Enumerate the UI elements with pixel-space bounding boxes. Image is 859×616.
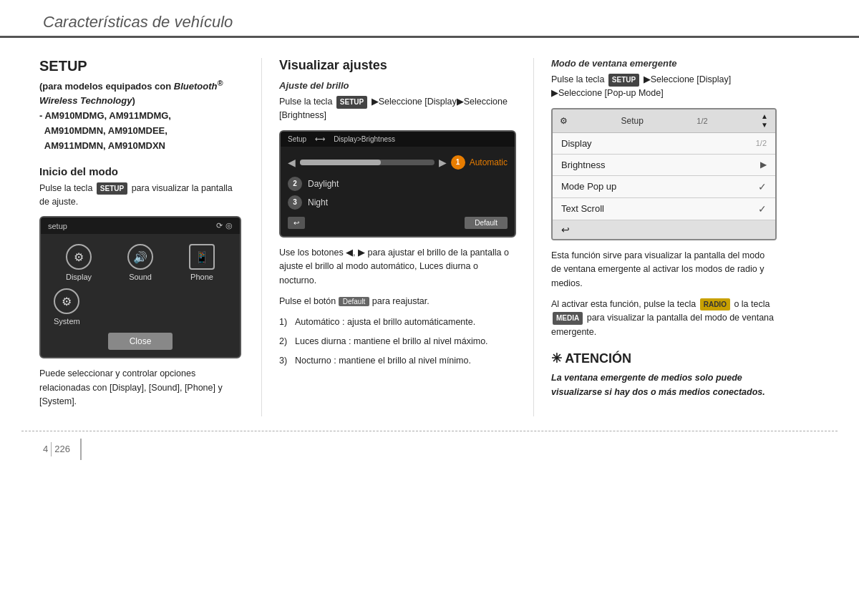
esta-funcion-text: Esta función sirve para visualizar la pa… [551, 249, 777, 290]
mode-popup-row: Mode Pop up ✓ [553, 176, 775, 198]
media-key-badge: MEDIA [553, 312, 583, 325]
setup-models: - AM910MDMG, AM911MDMG, AM910MDMN, AM910… [39, 109, 241, 153]
setup-key-badge: SETUP [97, 182, 127, 195]
text-scroll-row: Text Scroll ✓ [553, 198, 775, 220]
brightness-arrow: ⟷ [315, 135, 325, 143]
icon-2: ◎ [225, 221, 233, 230]
pulse-text: Pulse la tecla [279, 97, 332, 107]
attention-body: La ventana emergente de medios solo pued… [551, 371, 777, 399]
daylight-label: Daylight [308, 179, 339, 189]
inicio-body: Pulse la tecla SETUP para visualizar la … [39, 182, 241, 210]
list-num-1: 1) [279, 316, 291, 329]
attention-title: ✳ ATENCIÓN [551, 351, 777, 366]
text-scroll-label: Text Scroll [561, 203, 604, 214]
left-column: SETUP (para modelos equipados con Blueto… [39, 58, 261, 416]
automatic-label: Automatic [470, 157, 508, 167]
right-arrow-icon[interactable]: ▶ [439, 157, 447, 168]
setup-title: SETUP [39, 58, 241, 74]
system-icon: ⚙ [54, 288, 79, 314]
slider-row: ◀ ▶ 1 Automatic [288, 152, 508, 172]
sound-label: Sound [129, 273, 152, 281]
brightness-screen-title: Setup [288, 135, 306, 143]
al-activar-text: Al activar esta función, pulse la tecla … [551, 298, 777, 339]
bottom-text: Puede seleccionar y controlar opciones r… [39, 367, 241, 409]
option-2-circle: 2 [288, 177, 302, 191]
page-num-main: 4 [43, 444, 48, 454]
brightness-bottom: ↩ Default [288, 214, 508, 230]
display-row-value: 1/2 [756, 139, 767, 147]
popup-text-1: Pulse la tecla [551, 74, 604, 84]
setup-screen-mockup: setup ⟳ ◎ ⚙ Display 🔊 Sound 📱 Phone [39, 216, 241, 358]
setup-right-titlebar: ⚙ Setup 1/2 ▲ ▼ [553, 109, 775, 133]
sound-icon: 🔊 [127, 244, 153, 270]
display-row-label: Display [561, 138, 592, 149]
scroll-arrows: ▲ ▼ [761, 113, 768, 129]
use-text: Use los botones ◀, ▶ para ajustar el bri… [279, 246, 516, 288]
display-icon: ⚙ [66, 244, 92, 270]
popup-instructions: Pulse la tecla SETUP ▶Seleccione [Displa… [551, 73, 777, 101]
left-arrow-icon[interactable]: ◀ [288, 157, 296, 168]
mode-popup-label: Mode Pop up [561, 181, 616, 192]
back-icon[interactable]: ↩ [561, 224, 570, 235]
page-title: Características de vehículo [43, 13, 816, 31]
list-item-1: 1) Automático : ajusta el brillo automát… [279, 316, 516, 329]
attention-box: ✳ ATENCIÓN La ventana emergente de medio… [551, 351, 777, 399]
list-num-3: 3) [279, 354, 291, 368]
brightness-arrow-icon: ▶ [760, 160, 767, 170]
page-content: SETUP (para modelos equipados con Blueto… [0, 38, 859, 431]
brightness-slider [300, 160, 435, 165]
phone-icon: 📱 [189, 244, 215, 270]
brightness-screen: Setup ⟷ Display>Brightness ◀ ▶ 1 Automat… [279, 130, 516, 238]
page-divider [51, 442, 52, 456]
brightness-titlebar: Setup ⟷ Display>Brightness [281, 132, 515, 147]
page-header: Características de vehículo [0, 0, 859, 38]
up-arrow-icon[interactable]: ▲ [761, 113, 768, 120]
brightness-row[interactable]: Brightness ▶ [553, 155, 775, 176]
night-label: Night [308, 197, 328, 207]
system-label: System [54, 317, 80, 326]
phone-icon-item: 📱 Phone [189, 244, 215, 281]
list-text-2: Luces diurna : mantiene el brillo al niv… [295, 335, 488, 348]
screen-title-text: setup [48, 222, 67, 230]
system-row: ⚙ System [41, 288, 240, 328]
list-item-2: 2) Luces diurna : mantiene el brillo al … [279, 335, 516, 348]
option-1-circle: 1 [451, 155, 465, 170]
phone-label: Phone [190, 273, 213, 281]
night-option: 3 Night [288, 195, 508, 210]
al-activar-text-2: o la tecla [734, 299, 770, 309]
back-button[interactable]: ↩ [288, 217, 305, 229]
page-num-sub: 226 [54, 444, 70, 454]
mode-popup-check-icon: ✓ [758, 181, 767, 192]
list-text-1: Automático : ajusta el brillo automática… [295, 316, 475, 329]
setup-key-right: SETUP [608, 74, 639, 87]
display-row: Display 1/2 [553, 133, 775, 155]
setup-right-title: Setup [621, 116, 643, 126]
close-button[interactable]: Close [108, 333, 173, 350]
ajuste-brillo-heading: Ajuste del brillo [279, 80, 516, 91]
list-item-3: 3) Nocturno : mantiene el brillo al nive… [279, 354, 516, 368]
al-activar-text-1: Al activar esta función, pulse la tecla [551, 299, 696, 309]
page-footer: 4 226 [21, 431, 838, 467]
pulse-default-text: Pulse el botón Default para reajustar. [279, 295, 516, 308]
back-row: ↩ [553, 220, 775, 239]
screen-icons: ⟳ ◎ [216, 221, 233, 230]
icon-1: ⟳ [216, 221, 223, 230]
setup-subtitle: (para modelos equipados con Bluetooth® W… [39, 77, 241, 107]
middle-column: Visualizar ajustes Ajuste del brillo Pul… [261, 58, 533, 416]
brightness-list: 1) Automático : ajusta el brillo automát… [279, 316, 516, 367]
option-3-circle: 3 [288, 195, 302, 210]
list-text-3: Nocturno : mantiene el brillo al nivel m… [295, 354, 471, 368]
down-arrow-icon[interactable]: ▼ [761, 122, 768, 129]
right-column: Modo de ventana emergente Pulse la tecla… [533, 58, 777, 416]
brightness-row-label: Brightness [561, 160, 605, 170]
default-button[interactable]: Default [465, 217, 508, 229]
screen-main-icons: ⚙ Display 🔊 Sound 📱 Phone [41, 234, 240, 288]
sound-icon-item: 🔊 Sound [127, 244, 153, 281]
display-icon-item: ⚙ Display [66, 244, 92, 281]
setup-right-screen: ⚙ Setup 1/2 ▲ ▼ Display 1/2 Brightness ▶… [551, 108, 777, 240]
brightness-subtitle: Display>Brightness [334, 135, 395, 143]
daylight-option: 2 Daylight [288, 177, 508, 191]
footnote-line [80, 439, 82, 460]
list-num-2: 2) [279, 335, 291, 348]
text-scroll-check-icon: ✓ [758, 203, 767, 215]
